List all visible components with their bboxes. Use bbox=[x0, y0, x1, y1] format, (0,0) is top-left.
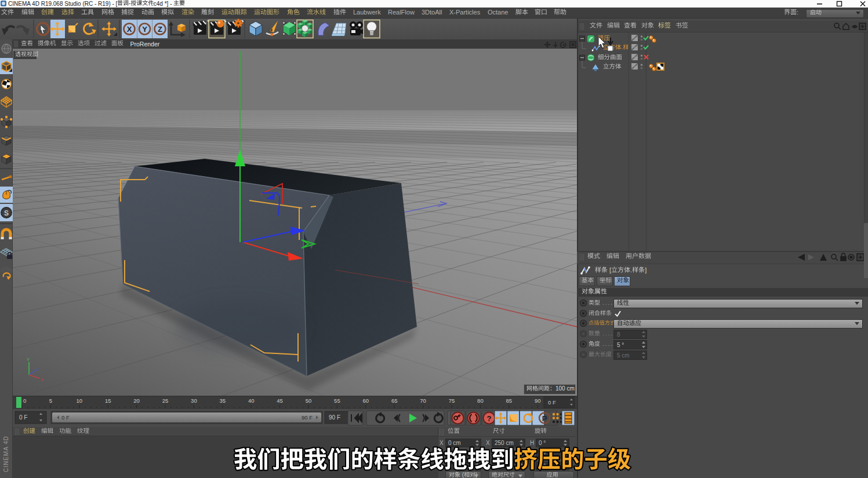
svg-text:Y: Y bbox=[27, 357, 30, 362]
svg-text:.: . bbox=[630, 267, 632, 273]
svg-text:20: 20 bbox=[133, 397, 140, 404]
svg-text:5: 5 bbox=[49, 397, 52, 404]
svg-text:55: 55 bbox=[334, 397, 340, 404]
svg-text:0 F: 0 F bbox=[19, 414, 27, 421]
svg-text:S: S bbox=[4, 209, 9, 217]
svg-text:65: 65 bbox=[391, 397, 398, 404]
svg-text:?: ? bbox=[487, 414, 492, 423]
svg-text:85: 85 bbox=[506, 397, 513, 404]
svg-text:Z: Z bbox=[36, 367, 39, 372]
svg-text:90: 90 bbox=[535, 397, 541, 404]
svg-text:90 F: 90 F bbox=[329, 414, 340, 421]
svg-text:0 F: 0 F bbox=[61, 414, 70, 421]
svg-text::: : bbox=[797, 9, 798, 16]
svg-text:X: X bbox=[127, 25, 132, 34]
svg-text:0 F: 0 F bbox=[548, 399, 556, 406]
svg-text:90 F: 90 F bbox=[302, 414, 313, 421]
svg-text:[: [ bbox=[609, 267, 611, 273]
svg-text:10: 10 bbox=[77, 397, 83, 404]
svg-text:25: 25 bbox=[162, 397, 169, 404]
svg-text:Z: Z bbox=[158, 25, 162, 34]
svg-text:0: 0 bbox=[23, 397, 26, 404]
svg-text:40: 40 bbox=[248, 397, 255, 404]
svg-text:0: 0 bbox=[562, 385, 565, 392]
svg-text:75: 75 bbox=[449, 397, 455, 404]
svg-text:m: m bbox=[570, 385, 575, 392]
svg-text:50: 50 bbox=[306, 397, 312, 404]
svg-text:P: P bbox=[542, 414, 547, 423]
svg-text:15: 15 bbox=[105, 397, 111, 404]
svg-text:-: - bbox=[129, 0, 130, 6]
svg-text:35: 35 bbox=[220, 397, 226, 404]
svg-text:X: X bbox=[41, 377, 44, 382]
svg-text:45: 45 bbox=[277, 397, 283, 404]
svg-text:.: . bbox=[622, 44, 623, 50]
svg-text:70: 70 bbox=[420, 397, 426, 404]
svg-text:Y: Y bbox=[142, 25, 147, 34]
svg-text:]: ] bbox=[645, 267, 647, 273]
svg-text:30: 30 bbox=[191, 397, 197, 404]
svg-text:80: 80 bbox=[477, 397, 484, 404]
svg-text:60: 60 bbox=[363, 397, 369, 404]
